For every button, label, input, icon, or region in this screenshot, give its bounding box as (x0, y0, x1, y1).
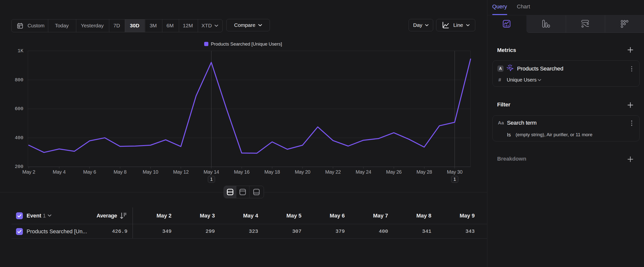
svg-text:May 2: May 2 (22, 169, 36, 175)
svg-text:400: 400 (15, 135, 23, 141)
svg-text:May 30: May 30 (447, 169, 462, 175)
svg-text:May 10: May 10 (143, 169, 158, 175)
svg-text:May 22: May 22 (325, 169, 341, 175)
svg-text:600: 600 (15, 106, 23, 112)
svg-text:May 18: May 18 (264, 169, 280, 175)
svg-text:May 26: May 26 (386, 169, 402, 175)
svg-text:May 28: May 28 (416, 169, 432, 175)
svg-text:200: 200 (15, 164, 23, 169)
svg-text:800: 800 (15, 77, 23, 83)
svg-text:1K: 1K (18, 48, 24, 54)
svg-text:May 6: May 6 (83, 169, 96, 175)
svg-text:May 4: May 4 (53, 169, 66, 175)
svg-text:May 20: May 20 (295, 169, 310, 175)
svg-text:May 24: May 24 (356, 169, 371, 175)
svg-text:May 12: May 12 (173, 169, 189, 175)
svg-text:May 14: May 14 (204, 169, 219, 175)
svg-text:May 16: May 16 (234, 169, 250, 175)
svg-text:May 8: May 8 (114, 169, 127, 175)
